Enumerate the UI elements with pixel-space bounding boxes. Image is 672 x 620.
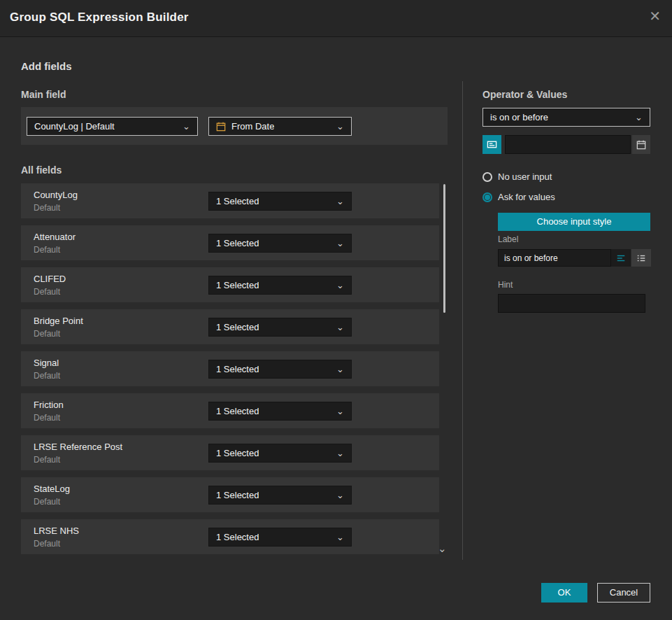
main-field-dropdown-value: From Date bbox=[231, 121, 274, 132]
field-selection-value: 1 Selected bbox=[216, 406, 259, 416]
input-field-icon bbox=[487, 139, 497, 150]
chevron-down-icon: ⌄ bbox=[629, 113, 643, 122]
group-sql-expression-builder-dialog: Group SQL Expression Builder ✕ Add field… bbox=[0, 0, 672, 620]
scroll-down-icon[interactable]: ⌄ bbox=[438, 543, 447, 554]
field-name: LRSE Reference Post bbox=[34, 442, 122, 452]
hint-caption: Hint bbox=[498, 280, 513, 290]
field-sublabel: Default bbox=[34, 329, 60, 339]
field-selection-value: 1 Selected bbox=[216, 196, 259, 206]
field-selection-value: 1 Selected bbox=[216, 490, 259, 500]
radio-no-user-input-label: No user input bbox=[498, 171, 552, 182]
chevron-down-icon: ⌄ bbox=[331, 491, 344, 500]
field-name: StateLog bbox=[34, 484, 70, 494]
vertical-divider bbox=[462, 81, 463, 560]
choose-input-style-button[interactable]: Choose input style bbox=[498, 213, 650, 231]
chevron-down-icon: ⌄ bbox=[331, 281, 344, 290]
field-selection-dropdown[interactable]: 1 Selected ⌄ bbox=[208, 528, 352, 547]
field-selection-dropdown[interactable]: 1 Selected ⌄ bbox=[208, 486, 352, 505]
label-caption: Label bbox=[498, 234, 518, 244]
radio-ask-for-values[interactable]: Ask for values bbox=[482, 192, 555, 202]
operator-dropdown[interactable]: is on or before ⌄ bbox=[482, 108, 650, 127]
field-sublabel: Default bbox=[34, 371, 60, 381]
main-field-heading: Main field bbox=[21, 89, 66, 100]
field-name: CLIFED bbox=[34, 274, 66, 284]
field-sublabel: Default bbox=[34, 413, 60, 423]
radio-no-user-input[interactable]: No user input bbox=[482, 171, 552, 182]
field-selection-value: 1 Selected bbox=[216, 364, 259, 374]
align-lines-icon bbox=[616, 253, 626, 263]
calendar-icon bbox=[216, 122, 226, 132]
main-field-panel: CountyLog | Default ⌄ From Date ⌄ bbox=[21, 107, 448, 145]
chevron-down-icon: ⌄ bbox=[331, 122, 344, 131]
operator-values-heading: Operator & Values bbox=[482, 89, 567, 100]
chevron-down-icon: ⌄ bbox=[331, 533, 344, 542]
hint-input[interactable] bbox=[498, 294, 645, 313]
field-selection-dropdown[interactable]: 1 Selected ⌄ bbox=[208, 192, 352, 211]
value-input[interactable] bbox=[505, 135, 631, 154]
field-row: CLIFED Default 1 Selected ⌄ bbox=[21, 267, 439, 302]
field-sublabel: Default bbox=[34, 287, 60, 297]
operator-dropdown-value: is on or before bbox=[490, 112, 548, 122]
chevron-down-icon: ⌄ bbox=[331, 239, 344, 248]
field-selection-value: 1 Selected bbox=[216, 238, 259, 248]
field-row: StateLog Default 1 Selected ⌄ bbox=[21, 477, 439, 512]
field-selection-value: 1 Selected bbox=[216, 532, 259, 542]
list-scrollbar-thumb[interactable] bbox=[443, 184, 445, 313]
field-selection-dropdown[interactable]: 1 Selected ⌄ bbox=[208, 444, 352, 463]
cancel-button[interactable]: Cancel bbox=[597, 583, 650, 603]
chevron-down-icon: ⌄ bbox=[331, 449, 344, 458]
label-input[interactable] bbox=[498, 249, 611, 267]
chevron-down-icon: ⌄ bbox=[331, 365, 344, 374]
field-sublabel: Default bbox=[34, 497, 60, 507]
field-selection-value: 1 Selected bbox=[216, 322, 259, 332]
radio-checked-icon bbox=[482, 192, 492, 202]
field-row: CountyLog Default 1 Selected ⌄ bbox=[21, 183, 439, 218]
add-fields-heading: Add fields bbox=[21, 60, 72, 72]
all-fields-list: CountyLog Default 1 Selected ⌄ Attenuato… bbox=[21, 183, 439, 561]
main-layer-dropdown-value: CountyLog | Default bbox=[34, 121, 115, 132]
chevron-down-icon: ⌄ bbox=[331, 323, 344, 332]
all-fields-heading: All fields bbox=[21, 164, 62, 176]
chevron-down-icon: ⌄ bbox=[331, 197, 344, 206]
field-name: CountyLog bbox=[34, 190, 78, 200]
field-row: LRSE Reference Post Default 1 Selected ⌄ bbox=[21, 435, 439, 470]
radio-ask-for-values-label: Ask for values bbox=[498, 192, 555, 202]
field-row: Attenuator Default 1 Selected ⌄ bbox=[21, 225, 439, 260]
field-sublabel: Default bbox=[34, 203, 60, 213]
radio-unchecked-icon bbox=[482, 172, 492, 182]
field-selection-dropdown[interactable]: 1 Selected ⌄ bbox=[208, 402, 352, 421]
field-sublabel: Default bbox=[34, 455, 60, 465]
calendar-icon bbox=[636, 140, 646, 150]
field-sublabel: Default bbox=[34, 539, 60, 549]
field-selection-value: 1 Selected bbox=[216, 448, 259, 458]
input-style-list-button[interactable] bbox=[631, 249, 651, 267]
field-name: Bridge Point bbox=[34, 316, 83, 326]
field-row: Signal Default 1 Selected ⌄ bbox=[21, 351, 439, 386]
chevron-down-icon: ⌄ bbox=[177, 122, 190, 131]
date-picker-button[interactable] bbox=[632, 135, 650, 154]
close-icon[interactable]: ✕ bbox=[649, 9, 661, 23]
field-name: LRSE NHS bbox=[34, 526, 79, 536]
field-selection-dropdown[interactable]: 1 Selected ⌄ bbox=[208, 318, 352, 337]
dialog-header: Group SQL Expression Builder ✕ bbox=[0, 0, 672, 37]
field-selection-dropdown[interactable]: 1 Selected ⌄ bbox=[208, 276, 352, 295]
field-name: Friction bbox=[34, 400, 64, 410]
dialog-title: Group SQL Expression Builder bbox=[10, 10, 189, 24]
ok-button[interactable]: OK bbox=[541, 583, 587, 603]
field-name: Signal bbox=[34, 358, 59, 368]
field-selection-dropdown[interactable]: 1 Selected ⌄ bbox=[208, 360, 352, 379]
field-row: Bridge Point Default 1 Selected ⌄ bbox=[21, 309, 439, 344]
bullet-list-icon bbox=[636, 253, 646, 263]
field-row: Friction Default 1 Selected ⌄ bbox=[21, 393, 439, 428]
main-layer-dropdown[interactable]: CountyLog | Default ⌄ bbox=[27, 117, 198, 136]
field-name: Attenuator bbox=[34, 232, 76, 242]
input-style-single-button[interactable] bbox=[611, 249, 631, 267]
value-type-button[interactable] bbox=[482, 135, 501, 154]
field-row: LRSE NHS Default 1 Selected ⌄ bbox=[21, 519, 439, 554]
field-selection-value: 1 Selected bbox=[216, 280, 259, 290]
field-sublabel: Default bbox=[34, 245, 60, 255]
main-field-dropdown[interactable]: From Date ⌄ bbox=[208, 117, 352, 136]
field-selection-dropdown[interactable]: 1 Selected ⌄ bbox=[208, 234, 352, 253]
chevron-down-icon: ⌄ bbox=[331, 407, 344, 416]
